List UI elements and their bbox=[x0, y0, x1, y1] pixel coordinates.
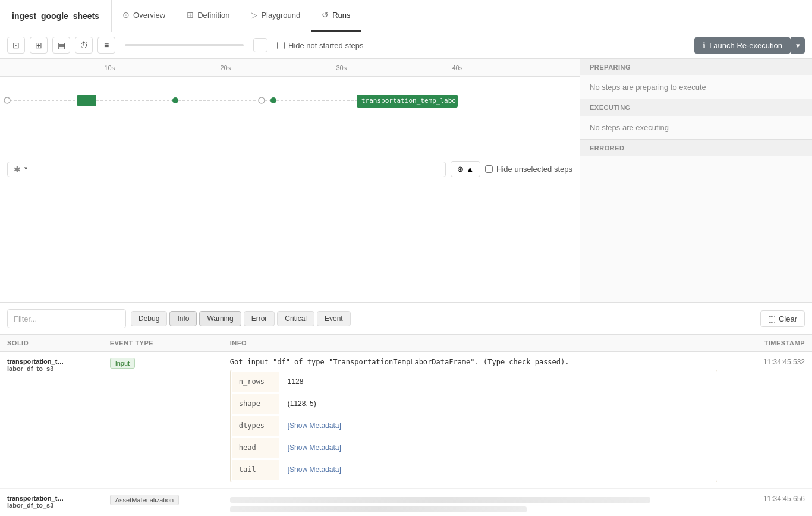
filter-info[interactable]: Info bbox=[169, 311, 197, 326]
hide-steps-text: Hide not started steps bbox=[288, 41, 363, 50]
info-cell-1: Got input "df" of type "TransportationTe… bbox=[223, 352, 732, 489]
meta-key-dtypes: dtypes bbox=[232, 416, 279, 436]
chevron-up-icon: ▲ bbox=[466, 165, 474, 174]
meta-key-shape: shape bbox=[232, 394, 279, 414]
log-table-wrapper: SOLID EVENT TYPE INFO TIMESTAMP transpor… bbox=[0, 335, 812, 516]
blurred-line bbox=[230, 506, 527, 512]
table-header-row: SOLID EVENT TYPE INFO TIMESTAMP bbox=[0, 335, 812, 352]
table-row: transportation_t… labor_df_to_s3 AssetMa… bbox=[0, 489, 812, 517]
meta-val-head: [Show Metadata] bbox=[281, 438, 716, 458]
blurred-content-2 bbox=[230, 495, 725, 516]
definition-icon: ⊞ bbox=[187, 10, 194, 20]
executing-section: EXECUTING No steps are executing bbox=[580, 99, 812, 140]
meta-val-nrows: 1128 bbox=[281, 372, 716, 392]
clear-btn[interactable]: ⬚ Clear bbox=[760, 310, 805, 327]
playground-icon: ▷ bbox=[251, 10, 257, 20]
filter-critical[interactable]: Critical bbox=[277, 311, 314, 326]
launch-reexecution-btn[interactable]: ℹ Launch Re-execution bbox=[694, 37, 791, 54]
errored-title: ERRORED bbox=[580, 140, 812, 156]
preparing-body: No steps are preparing to execute bbox=[580, 75, 812, 99]
filter-event[interactable]: Event bbox=[317, 311, 351, 326]
clear-label: Clear bbox=[779, 314, 797, 323]
metadata-row-dtypes: dtypes [Show Metadata] bbox=[232, 416, 716, 436]
clock-btn[interactable]: ⏱ bbox=[75, 37, 93, 54]
chart-btn[interactable]: ▤ bbox=[52, 37, 70, 54]
info-icon: ℹ bbox=[703, 41, 706, 50]
timeline-svg: transportation_temp_labo bbox=[0, 83, 580, 154]
right-panel: PREPARING No steps are preparing to exec… bbox=[580, 59, 812, 302]
track-rows: transportation_temp_labo ✱ ⊛ ▲ Hide unse… bbox=[0, 77, 580, 302]
tail-link[interactable]: [Show Metadata] bbox=[288, 465, 341, 474]
hide-steps-label[interactable]: Hide not started steps bbox=[277, 41, 363, 50]
timeline-ruler: 10s 20s 30s 40s bbox=[0, 59, 580, 77]
open-circle-1 bbox=[259, 97, 265, 103]
filter-buttons: Debug Info Warning Error Critical Event bbox=[131, 311, 351, 326]
hide-steps-checkbox[interactable] bbox=[277, 42, 285, 49]
runs-icon: ↺ bbox=[322, 10, 329, 20]
hide-unselected-label[interactable]: Hide unselected steps bbox=[485, 165, 572, 174]
meta-val-dtypes: [Show Metadata] bbox=[281, 416, 716, 436]
tab-definition[interactable]: ⊞ Definition bbox=[176, 0, 240, 32]
solid-sub-1: labor_df_to_s3 bbox=[7, 365, 96, 372]
top-nav: ingest_google_sheets ⊙ Overview ⊞ Defini… bbox=[0, 0, 812, 32]
preparing-section: PREPARING No steps are preparing to exec… bbox=[580, 59, 812, 99]
toolbar: ⊡ ⊞ ▤ ⏱ ≡ Hide not started steps ℹ Launc… bbox=[0, 32, 812, 59]
app-title-text: ingest_google_sheets bbox=[12, 11, 99, 21]
stack-icon: ⊛ bbox=[457, 165, 464, 174]
hide-unselected-checkbox[interactable] bbox=[485, 165, 493, 173]
lower-section: Debug Info Warning Error Critical Event … bbox=[0, 303, 812, 516]
expand-btn[interactable]: ⊡ bbox=[7, 37, 25, 54]
tab-overview-label: Overview bbox=[133, 11, 165, 20]
col-timestamp: TIMESTAMP bbox=[732, 335, 812, 352]
color-box[interactable] bbox=[253, 38, 267, 52]
event-type-cell-2: AssetMaterialization bbox=[103, 489, 223, 517]
ruler-30s: 30s bbox=[336, 59, 347, 77]
green-block bbox=[77, 95, 96, 106]
col-info: INFO bbox=[223, 335, 732, 352]
timestamp-cell-1: 11:34:45.532 bbox=[732, 352, 812, 489]
asterisk-icon: ✱ bbox=[14, 165, 21, 174]
meta-key-head: head bbox=[232, 438, 279, 458]
dot-1 bbox=[172, 97, 178, 103]
active-block-label: transportation_temp_labo bbox=[361, 97, 456, 105]
timestamp-cell-2: 11:34:45.656 bbox=[732, 489, 812, 517]
info-cell-2 bbox=[223, 489, 732, 517]
stack-icon-btn[interactable]: ⊛ ▲ bbox=[451, 161, 480, 177]
collapse-btn[interactable]: ⊞ bbox=[30, 37, 48, 54]
dtypes-link[interactable]: [Show Metadata] bbox=[288, 421, 341, 430]
info-main-1: Got input "df" of type "TransportationTe… bbox=[230, 358, 725, 366]
blurred-line bbox=[230, 497, 650, 503]
tab-runs[interactable]: ↺ Runs bbox=[311, 0, 361, 32]
solid-name-1: transportation_t… bbox=[7, 358, 96, 365]
errored-body bbox=[580, 156, 812, 171]
metadata-row-nrows: n_rows 1128 bbox=[232, 372, 716, 392]
filter-debug[interactable]: Debug bbox=[131, 311, 167, 326]
tab-playground[interactable]: ▷ Playground bbox=[240, 0, 311, 32]
filter-warning[interactable]: Warning bbox=[199, 311, 241, 326]
head-link[interactable]: [Show Metadata] bbox=[288, 443, 341, 452]
tab-overview[interactable]: ⊙ Overview bbox=[112, 0, 176, 32]
main-area: 10s 20s 30s 40s bbox=[0, 59, 812, 516]
filter-input[interactable] bbox=[7, 309, 126, 328]
search-input[interactable] bbox=[24, 165, 439, 174]
solid-sub-2: labor_df_to_s3 bbox=[7, 502, 96, 509]
executing-body: No steps are executing bbox=[580, 116, 812, 139]
filter-bar: Debug Info Warning Error Critical Event … bbox=[0, 303, 812, 335]
log-table: SOLID EVENT TYPE INFO TIMESTAMP transpor… bbox=[0, 335, 812, 516]
list-btn[interactable]: ≡ bbox=[97, 37, 115, 54]
tab-runs-label: Runs bbox=[332, 11, 350, 20]
solid-name-2: transportation_t… bbox=[7, 495, 96, 502]
search-input-wrap[interactable]: ✱ bbox=[7, 162, 446, 177]
metadata-row-shape: shape (1128, 5) bbox=[232, 394, 716, 414]
start-circle bbox=[4, 97, 10, 103]
clear-icon: ⬚ bbox=[768, 314, 776, 323]
filter-error[interactable]: Error bbox=[244, 311, 275, 326]
overview-icon: ⊙ bbox=[122, 10, 130, 20]
ruler-20s: 20s bbox=[221, 59, 231, 77]
timeline-slider[interactable] bbox=[125, 44, 244, 46]
meta-key-nrows: n_rows bbox=[232, 372, 279, 392]
launch-btn-dropdown[interactable]: ▾ bbox=[791, 37, 805, 54]
ruler-10s: 10s bbox=[105, 59, 115, 77]
search-bar-row: ✱ ⊛ ▲ Hide unselected steps bbox=[0, 156, 580, 182]
timeline-area: 10s 20s 30s 40s bbox=[0, 59, 580, 302]
